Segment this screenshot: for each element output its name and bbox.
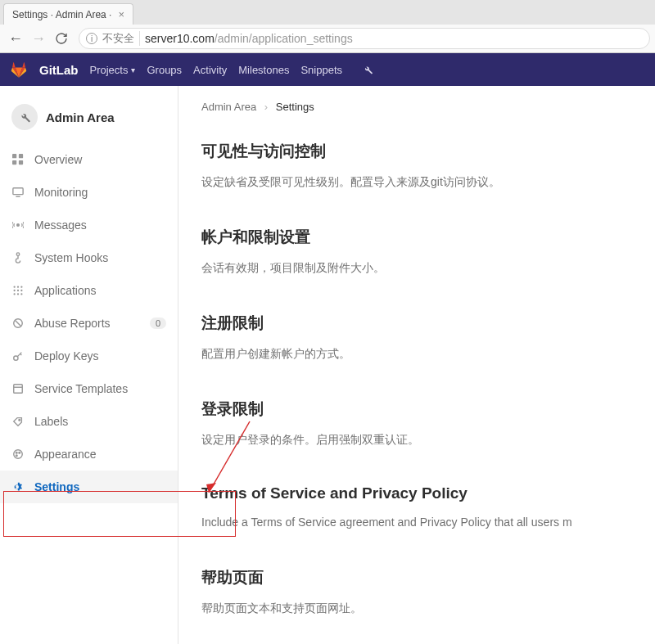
section-desc: 设定用户登录的条件。启用强制双重认证。 — [201, 431, 655, 448]
sidebar-item-label: Deploy Keys — [34, 349, 99, 363]
broadcast-icon — [11, 219, 25, 231]
svg-rect-2 — [12, 160, 16, 164]
section-desc: 设定缺省及受限可见性级别。配置导入来源及git访问协议。 — [201, 173, 655, 191]
appearance-icon — [11, 448, 25, 460]
section-desc: Include a Terms of Service agreement and… — [201, 514, 655, 531]
nav-groups[interactable]: Groups — [147, 64, 182, 76]
tab-strip: Settings · Admin Area · × — [0, 0, 655, 25]
template-icon — [11, 383, 25, 394]
svg-point-6 — [16, 253, 20, 256]
main-content: Admin Area › Settings 可见性与访问控制 设定缺省及受限可见… — [178, 86, 655, 644]
section-title: 帮助页面 — [201, 567, 655, 588]
section-title: 登录限制 — [201, 399, 655, 420]
forward-button[interactable]: → — [28, 28, 49, 49]
section-visibility: 可见性与访问控制 设定缺省及受限可见性级别。配置导入来源及git访问协议。 — [201, 141, 655, 191]
section-title: 注册限制 — [201, 313, 655, 334]
sidebar-item-label: Labels — [34, 415, 68, 428]
svg-rect-18 — [14, 385, 23, 394]
svg-rect-1 — [19, 154, 23, 158]
svg-point-15 — [20, 293, 22, 295]
tab-title: Settings · Admin Area · — [12, 9, 111, 20]
apps-icon — [11, 285, 25, 296]
sidebar-item-labels[interactable]: Labels — [0, 405, 178, 438]
section-signin-restrictions: 登录限制 设定用户登录的条件。启用强制双重认证。 — [201, 399, 655, 448]
svg-point-7 — [13, 286, 15, 287]
nav-admin-wrench-icon[interactable] — [362, 64, 373, 75]
section-desc: 配置用户创建新帐户的方式。 — [201, 345, 655, 363]
chevron-down-icon: ▾ — [131, 65, 135, 74]
sidebar-item-messages[interactable]: Messages — [0, 209, 178, 241]
monitor-icon — [11, 187, 25, 198]
browser-tab[interactable]: Settings · Admin Area · × — [3, 3, 133, 25]
section-desc: 帮助页面文本和支持页面网址。 — [201, 600, 655, 617]
svg-rect-4 — [13, 188, 23, 195]
svg-point-10 — [13, 290, 15, 291]
nav-projects-label: Projects — [90, 64, 129, 76]
sidebar-item-applications[interactable]: Applications — [0, 274, 178, 307]
gitlab-logo-icon[interactable] — [10, 61, 28, 79]
area-header[interactable]: Admin Area — [0, 96, 178, 143]
url-bar[interactable]: i 不安全 server10.com/admin/application_set… — [79, 28, 650, 49]
sidebar-item-service-templates[interactable]: Service Templates — [0, 372, 178, 405]
section-help-page: 帮助页面 帮助页面文本和支持页面网址。 — [201, 567, 655, 617]
sidebar-item-deploy-keys[interactable]: Deploy Keys — [0, 340, 178, 372]
section-title: Terms of Service and Privacy Policy — [201, 484, 655, 502]
svg-point-21 — [16, 452, 17, 453]
sidebar-item-label: Service Templates — [34, 382, 128, 395]
svg-point-22 — [19, 452, 20, 453]
section-account-limits: 帐户和限制设置 会话有效期，项目限制及附件大小。 — [201, 227, 655, 277]
back-button[interactable]: ← — [5, 28, 26, 49]
reload-button[interactable] — [51, 28, 72, 49]
insecure-label: 不安全 — [102, 31, 134, 46]
sidebar-item-label: Messages — [34, 218, 87, 232]
section-title: 帐户和限制设置 — [201, 227, 655, 248]
sidebar-item-label: Settings — [34, 480, 79, 493]
section-terms-privacy: Terms of Service and Privacy Policy Incl… — [201, 484, 655, 531]
sidebar-item-appearance[interactable]: Appearance — [0, 438, 178, 471]
key-icon — [11, 350, 25, 362]
top-nav: GitLab Projects ▾ Groups Activity Milest… — [0, 53, 655, 86]
wrench-icon — [11, 104, 38, 130]
sidebar-item-label: Appearance — [34, 448, 97, 461]
labels-icon — [11, 416, 25, 427]
address-row: ← → i 不安全 server10.com/admin/application… — [0, 25, 655, 52]
svg-rect-0 — [12, 154, 16, 158]
breadcrumb-current: Settings — [276, 101, 314, 113]
nav-projects[interactable]: Projects ▾ — [90, 64, 136, 76]
nav-snippets[interactable]: Snippets — [300, 64, 342, 76]
nav-milestones[interactable]: Milestones — [238, 64, 289, 76]
gear-icon — [11, 481, 25, 493]
svg-rect-3 — [19, 160, 23, 164]
section-title: 可见性与访问控制 — [201, 141, 655, 162]
area-title: Admin Area — [46, 110, 115, 124]
breadcrumb-separator-icon: › — [264, 101, 268, 113]
svg-point-13 — [13, 293, 15, 295]
sidebar-item-overview[interactable]: Overview — [0, 143, 178, 176]
app-body: Admin Area Overview Monitoring Messages … — [0, 86, 655, 644]
svg-point-20 — [14, 450, 23, 459]
section-desc: 会话有效期，项目限制及附件大小。 — [201, 259, 655, 277]
nav-activity[interactable]: Activity — [193, 64, 227, 76]
tab-close-icon[interactable]: × — [118, 8, 124, 20]
sidebar-item-label: Applications — [34, 284, 97, 297]
svg-point-5 — [17, 224, 20, 227]
svg-point-19 — [19, 419, 20, 421]
info-icon: i — [86, 33, 97, 44]
sidebar-item-settings[interactable]: Settings — [0, 471, 178, 503]
svg-point-11 — [17, 290, 19, 291]
sidebar-item-label: Monitoring — [34, 186, 88, 199]
svg-point-23 — [16, 455, 17, 457]
breadcrumb-parent[interactable]: Admin Area — [201, 101, 256, 113]
url-path: /admin/application_settings — [215, 32, 353, 45]
url-host: server10.com — [145, 32, 215, 45]
sidebar-item-monitoring[interactable]: Monitoring — [0, 176, 178, 209]
sidebar-item-abuse-reports[interactable]: Abuse Reports 0 — [0, 307, 178, 340]
url-text: server10.com/admin/application_settings — [145, 32, 353, 45]
sidebar-item-system-hooks[interactable]: System Hooks — [0, 241, 178, 274]
brand-text[interactable]: GitLab — [39, 63, 79, 77]
overview-icon — [11, 154, 25, 165]
breadcrumb: Admin Area › Settings — [201, 101, 655, 113]
url-divider — [139, 31, 140, 46]
hook-icon — [11, 252, 25, 263]
sidebar-item-label: Overview — [34, 153, 82, 166]
